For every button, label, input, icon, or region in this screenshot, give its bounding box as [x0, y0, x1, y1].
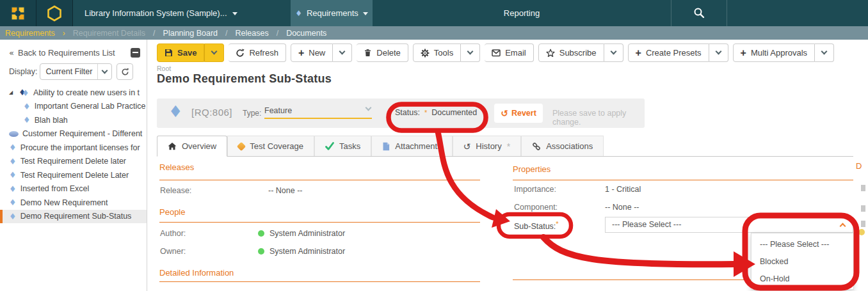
subscribe-dropdown-button[interactable]	[604, 43, 623, 62]
nav-tab-reporting[interactable]: Reporting	[373, 0, 671, 26]
type-dropdown[interactable]: Feature	[264, 106, 372, 119]
revert-button[interactable]: ↺ Revert	[494, 104, 543, 123]
save-icon	[165, 49, 173, 57]
workspace-logo[interactable]	[36, 0, 73, 26]
tools-dropdown-button[interactable]	[461, 43, 480, 62]
importance-value: 1 - Critical	[605, 185, 641, 194]
refresh-icon	[121, 68, 129, 76]
breadcrumb-requirements[interactable]: Requirements	[5, 29, 55, 38]
tree-item[interactable]: ◢ ♦♦ Ability to create new users in t	[0, 86, 147, 100]
substatus-option-please-select[interactable]: --- Please Select ---	[751, 236, 853, 253]
status-label: Status:	[395, 108, 420, 117]
search-icon	[693, 7, 705, 19]
author-value: System Administrator	[258, 229, 345, 238]
gear-icon	[421, 49, 430, 58]
folder-breadcrumb-root[interactable]: Root	[157, 65, 171, 72]
tools-button[interactable]: Tools	[413, 43, 461, 62]
tree-item[interactable]: ♦ Important General Lab Practice	[0, 100, 147, 114]
delete-button[interactable]: Delete	[357, 43, 408, 62]
tab-history[interactable]: ↺ History *	[453, 136, 522, 156]
tree-item[interactable]: ♦ Blah blah	[0, 113, 147, 127]
chevron-up-icon	[840, 223, 846, 230]
subscribe-button[interactable]: Subscribe	[538, 43, 604, 62]
plus-icon: +	[741, 48, 746, 58]
create-presets-button[interactable]: + Create Presets	[628, 43, 709, 62]
substatus-option-blocked[interactable]: Blocked	[751, 253, 853, 271]
expander-icon[interactable]: ◢	[9, 90, 15, 95]
tab-tasks[interactable]: Tasks	[314, 136, 371, 156]
check-icon	[325, 142, 334, 150]
refresh-button[interactable]: Refresh	[229, 43, 286, 62]
subscribe-group: Subscribe	[538, 43, 623, 62]
component-value: -- None --	[605, 203, 639, 212]
multi-approvals-button[interactable]: + Multi Approvals	[733, 43, 816, 62]
refresh-group: Refresh	[229, 43, 286, 62]
trash-icon	[364, 49, 372, 57]
tree-item[interactable]: ♦ Test Requirement Delete Later	[0, 168, 147, 182]
collapse-sidebar-icon[interactable]	[131, 48, 140, 58]
back-to-requirements-link[interactable]: Back to Requirements List	[18, 48, 127, 58]
tree-item-selected[interactable]: ♦ Demo Requirement Sub-Status	[0, 210, 147, 224]
substatus-dropdown-panel: --- Please Select --- Blocked On-Hold	[751, 233, 854, 290]
breadcrumb-planning-board[interactable]: Planning Board	[163, 29, 218, 38]
dates-section-header-fragment: D	[856, 161, 867, 171]
importance-label: Importance:	[514, 185, 556, 194]
breadcrumb-documents[interactable]: Documents	[286, 29, 326, 38]
tree-item[interactable]: ♦ Test Requirement Delete later	[0, 155, 147, 169]
filter-select[interactable]: Current Filter	[40, 63, 112, 80]
requirement-diamond-icon: ♦	[9, 184, 17, 194]
release-value: -- None --	[268, 186, 302, 195]
save-dropdown-button[interactable]	[204, 43, 224, 62]
filter-value: Current Filter	[40, 67, 97, 76]
substatus-select[interactable]: --- Please Select ---	[605, 217, 853, 233]
email-button[interactable]: Email	[485, 43, 534, 62]
project-name: Library Information System (Sample)...	[84, 8, 227, 18]
history-icon: ↺	[463, 141, 471, 152]
tab-overview[interactable]: Overview	[157, 136, 227, 157]
section-divider	[159, 222, 480, 223]
tab-associations[interactable]: Associations	[521, 136, 604, 156]
app-logo[interactable]	[0, 0, 36, 26]
detail-toolbar: Save Refresh + New	[157, 43, 834, 62]
owner-label: Owner:	[160, 247, 186, 256]
requirement-diamond-icon: ♦	[295, 9, 302, 18]
section-divider	[159, 180, 480, 180]
requirement-diamond-icon: ♦	[23, 102, 31, 111]
clipped-label-fragment	[861, 185, 865, 191]
tree-item[interactable]: Customer Requirement - Different	[0, 127, 147, 141]
global-search-button[interactable]	[671, 0, 727, 26]
multi-approvals-dropdown-button[interactable]	[815, 43, 834, 62]
save-button[interactable]: Save	[157, 43, 204, 62]
filter-refresh-button[interactable]	[117, 63, 133, 80]
display-filter-row: Display: Current Filter	[9, 63, 140, 81]
envelope-icon	[492, 49, 501, 57]
tree-item[interactable]: ♦ Inserted from Excel	[0, 182, 147, 196]
nav-tab-reporting-label: Reporting	[504, 8, 540, 18]
breadcrumb-releases[interactable]: Releases	[236, 29, 269, 38]
nav-tab-requirements[interactable]: ♦ Requirements	[291, 0, 373, 26]
status-display: Status:* Documented	[395, 108, 477, 117]
back-row: « Back to Requirements List	[0, 45, 147, 60]
requirements-sidebar: « Back to Requirements List Display: Cur…	[0, 40, 147, 291]
online-status-dot	[258, 248, 264, 255]
tab-test-coverage[interactable]: Test Coverage	[227, 136, 314, 156]
tree-item[interactable]: ♦ Procure the important licenses for	[0, 141, 147, 155]
use-case-disc-icon	[9, 131, 19, 137]
requirement-diamond-icon: ♦	[168, 102, 182, 121]
email-group: Email	[485, 43, 534, 62]
chevron-down-icon	[232, 12, 237, 15]
author-label: Author:	[160, 229, 186, 238]
breadcrumb-requirement-details: Requirement Details	[73, 29, 145, 38]
spira-cube-logo-icon	[9, 4, 27, 22]
filter-dropdown-chevron[interactable]	[97, 64, 111, 79]
create-presets-dropdown-button[interactable]	[709, 43, 728, 62]
new-button[interactable]: + New	[291, 43, 333, 62]
substatus-option-on-hold[interactable]: On-Hold	[751, 271, 853, 288]
new-dropdown-button[interactable]	[333, 43, 352, 62]
tab-attachments[interactable]: Attachments	[371, 136, 452, 156]
project-selector[interactable]: Library Information System (Sample)...	[73, 0, 291, 26]
spira-requirement-details-page: Library Information System (Sample)... ♦…	[0, 0, 868, 291]
star-icon	[546, 49, 555, 58]
tree-item-label: Important General Lab Practice	[35, 102, 146, 111]
tree-item[interactable]: ♦ Demo New Requirement	[0, 196, 147, 210]
